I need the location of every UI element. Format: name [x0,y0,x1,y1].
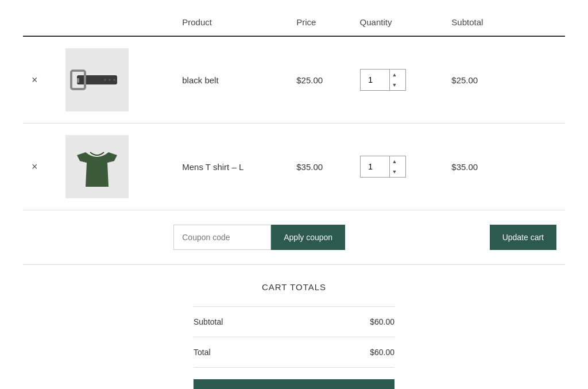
svg-rect-2 [77,78,79,83]
tshirt-quantity-input[interactable] [361,156,389,177]
total-row: Total $60.00 [194,337,394,368]
col-product-header: Product [173,11,288,36]
belt-quantity-input[interactable] [361,70,389,90]
coupon-input[interactable] [173,225,271,250]
col-remove [23,11,57,36]
coupon-section: Apply coupon [173,225,434,250]
cart-totals-inner: CART TOTALS Subtotal $60.00 Total $60.00… [194,282,394,389]
tshirt-name: Mens T shirt – L [182,162,243,172]
remove-tshirt-button[interactable]: × [32,161,38,173]
belt-name: black belt [182,75,218,85]
tshirt-image [65,135,129,198]
belt-spinners: ▲ ▼ [389,70,400,90]
col-quantity-header: Quantity [351,11,443,36]
subtotal-value: $60.00 [370,317,394,326]
update-cart-button[interactable]: Update cart [490,225,556,250]
tshirt-spinners: ▲ ▼ [389,156,400,177]
col-image [57,11,173,36]
svg-point-5 [104,79,106,81]
tshirt-price: $35.00 [296,162,323,172]
subtotal-label: Subtotal [194,317,223,326]
cart-container: Product Price Quantity Subtotal × [0,0,588,389]
cart-table: Product Price Quantity Subtotal × [23,11,565,265]
tshirt-quantity-wrapper: ▲ ▼ [360,156,406,178]
belt-qty-down[interactable]: ▼ [390,80,400,90]
svg-point-4 [113,79,115,81]
coupon-row: Apply coupon Update cart [23,210,565,265]
svg-point-3 [109,79,111,81]
total-label: Total [194,348,211,357]
belt-subtotal: $25.00 [451,75,478,85]
tshirt-qty-up[interactable]: ▲ [390,156,400,167]
belt-price: $25.00 [296,75,323,85]
apply-coupon-button[interactable]: Apply coupon [271,225,345,250]
total-value: $60.00 [370,348,394,357]
cart-totals-title: CART TOTALS [194,282,394,292]
tshirt-subtotal: $35.00 [451,162,478,172]
remove-belt-button[interactable]: × [32,74,38,86]
belt-quantity-wrapper: ▲ ▼ [360,69,406,91]
svg-rect-0 [77,75,117,84]
table-row: × [23,36,565,124]
cart-totals: CART TOTALS Subtotal $60.00 Total $60.00… [23,282,565,389]
col-subtotal-header: Subtotal [443,11,565,36]
col-price-header: Price [288,11,351,36]
tshirt-qty-down[interactable]: ▼ [390,167,400,177]
checkout-button[interactable]: Proceed to checkout [194,379,394,389]
subtotal-row: Subtotal $60.00 [194,306,394,337]
belt-image [65,48,129,111]
belt-qty-up[interactable]: ▲ [390,70,400,80]
table-row: × [23,124,565,210]
